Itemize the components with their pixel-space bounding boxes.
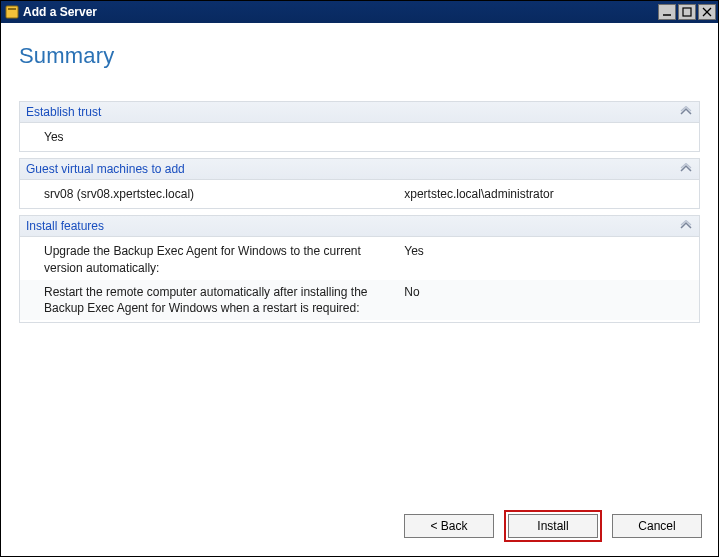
- row-value: No: [404, 284, 699, 316]
- section-guest-vms: Guest virtual machines to add srv08 (srv…: [19, 158, 700, 209]
- row-value: xpertstec.local\administrator: [404, 186, 699, 202]
- section-body: Upgrade the Backup Exec Agent for Window…: [20, 237, 699, 322]
- page-title: Summary: [19, 43, 700, 69]
- section-body: srv08 (srv08.xpertstec.local) xpertstec.…: [20, 180, 699, 208]
- app-icon: [5, 5, 19, 19]
- maximize-button[interactable]: [678, 4, 696, 20]
- row-label: srv08 (srv08.xpertstec.local): [44, 186, 404, 202]
- footer: < Back Install Cancel: [1, 501, 718, 556]
- row-label: Upgrade the Backup Exec Agent for Window…: [44, 243, 404, 275]
- chevron-up-icon: [679, 163, 693, 175]
- titlebar: Add a Server: [1, 1, 718, 23]
- row-label: Restart the remote computer automaticall…: [44, 284, 404, 316]
- section-install-features: Install features Upgrade the Backup Exec…: [19, 215, 700, 323]
- svg-rect-1: [8, 8, 16, 10]
- close-button[interactable]: [698, 4, 716, 20]
- section-body: Yes: [20, 123, 699, 151]
- table-row: Upgrade the Backup Exec Agent for Window…: [20, 239, 699, 279]
- row-label: Yes: [44, 129, 404, 145]
- install-highlight: Install: [504, 510, 602, 542]
- section-establish-trust: Establish trust Yes: [19, 101, 700, 152]
- section-title: Install features: [26, 219, 104, 233]
- minimize-button[interactable]: [658, 4, 676, 20]
- window-controls: [656, 4, 716, 20]
- cancel-button[interactable]: Cancel: [612, 514, 702, 538]
- chevron-up-icon: [679, 106, 693, 118]
- section-title: Establish trust: [26, 105, 101, 119]
- install-button[interactable]: Install: [508, 514, 598, 538]
- back-button[interactable]: < Back: [404, 514, 494, 538]
- table-row: Restart the remote computer automaticall…: [20, 280, 699, 320]
- table-row: Yes: [20, 125, 699, 149]
- window-title: Add a Server: [23, 5, 656, 19]
- svg-rect-0: [6, 6, 18, 18]
- row-value: [404, 129, 699, 145]
- svg-rect-3: [683, 8, 691, 16]
- section-title: Guest virtual machines to add: [26, 162, 185, 176]
- table-row: srv08 (srv08.xpertstec.local) xpertstec.…: [20, 182, 699, 206]
- section-header-install-features[interactable]: Install features: [20, 216, 699, 237]
- content-area: Summary Establish trust Yes Guest virtua…: [1, 23, 718, 501]
- chevron-up-icon: [679, 220, 693, 232]
- section-header-establish-trust[interactable]: Establish trust: [20, 102, 699, 123]
- section-header-guest-vms[interactable]: Guest virtual machines to add: [20, 159, 699, 180]
- row-value: Yes: [404, 243, 699, 275]
